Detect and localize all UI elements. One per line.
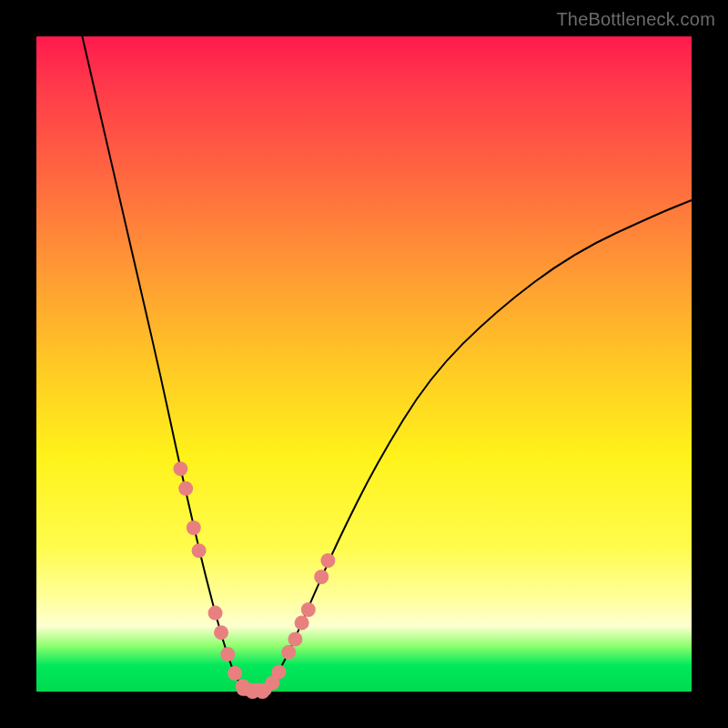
- pink-dot: [214, 625, 228, 640]
- pink-dot: [220, 647, 235, 662]
- left-curve: [82, 36, 246, 692]
- pink-dot: [192, 543, 207, 558]
- pink-dot: [271, 664, 286, 679]
- right-curve: [266, 200, 692, 692]
- pink-dot: [173, 461, 187, 476]
- pink-dot: [314, 570, 329, 584]
- pink-dot: [320, 553, 335, 568]
- pink-dot: [187, 521, 201, 535]
- pink-dot: [288, 632, 302, 646]
- pink-dot: [301, 602, 316, 617]
- pink-dot: [281, 645, 296, 660]
- pink-dot: [228, 666, 242, 681]
- pink-dot: [178, 481, 193, 496]
- pink-dot: [295, 615, 309, 630]
- chart-frame: TheBottleneck.com: [0, 0, 728, 728]
- pink-dots: [173, 461, 335, 699]
- chart-overlay: [36, 36, 692, 692]
- watermark-text: TheBottleneck.com: [556, 9, 715, 30]
- pink-dot: [208, 606, 223, 621]
